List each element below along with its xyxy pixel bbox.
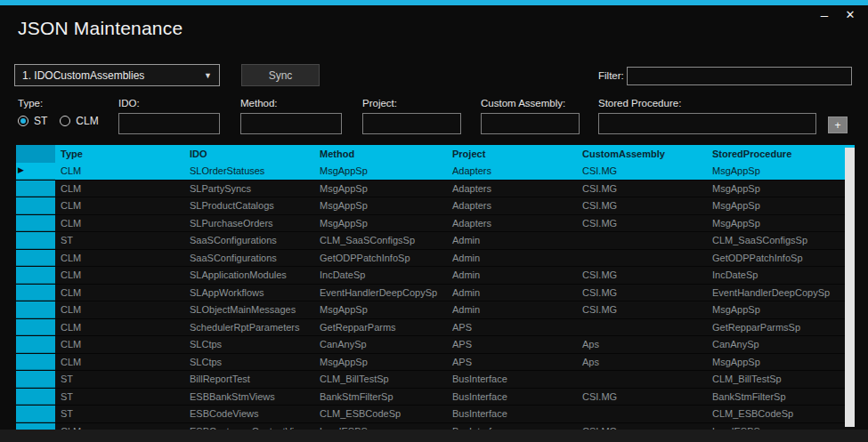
row-selector[interactable] (16, 250, 55, 267)
ido-field[interactable] (118, 113, 220, 134)
grid-cell[interactable]: GetODPPatchInfoSp (707, 250, 855, 267)
table-row[interactable]: CLMSLApplicationModulesIncDateSpAdminCSI… (16, 267, 855, 285)
grid-cell[interactable]: APS (447, 319, 577, 336)
grid-cell[interactable]: CSI.MG (577, 163, 707, 180)
grid-cell[interactable]: CLM (55, 215, 184, 232)
grid-cell[interactable]: Adapters (447, 215, 577, 232)
table-row[interactable]: STSaaSConfigurationsCLM_SaaSConfigsSpAdm… (16, 232, 855, 250)
grid-cell[interactable]: MsgAppSp (707, 197, 855, 214)
grid-cell[interactable]: GetRepparParmsSp (707, 319, 855, 336)
table-row[interactable]: CLMSLObjectMainMessagesMsgAppSpAdminCSI.… (16, 301, 855, 319)
sync-button[interactable]: Sync (241, 64, 320, 86)
project-field[interactable] (362, 113, 461, 134)
grid-cell[interactable]: MsgAppSp (314, 181, 447, 197)
row-selector[interactable] (16, 232, 55, 249)
grid-cell[interactable]: SLProductCatalogs (184, 197, 314, 214)
grid-cell[interactable]: CLM (55, 354, 184, 371)
grid-cell[interactable]: Aps (577, 354, 707, 371)
row-selector[interactable] (16, 336, 55, 353)
row-selector[interactable] (16, 389, 55, 406)
grid-cell[interactable]: BillReportTest (184, 371, 314, 388)
grid-cell[interactable]: MsgAppSp (707, 215, 855, 232)
grid-cell[interactable]: IncDateSp (314, 267, 447, 284)
close-button[interactable]: ✕ (840, 5, 860, 23)
grid-cell[interactable]: BusInterface (447, 423, 577, 430)
table-row[interactable]: STBillReportTestCLM_BillTestSpBusInterfa… (16, 371, 855, 389)
column-header-method[interactable]: Method (314, 145, 447, 163)
grid-cell[interactable] (577, 319, 707, 336)
grid-cell[interactable]: APS (447, 336, 577, 353)
table-row[interactable]: ▶CLMSLOrderStatusesMsgAppSpAdaptersCSI.M… (16, 163, 855, 181)
grid-cell[interactable]: SLCtps (184, 336, 314, 353)
grid-cell[interactable]: ST (55, 371, 184, 388)
grid-cell[interactable]: SLApplicationModules (184, 267, 314, 284)
grid-cell[interactable]: CLM (55, 336, 184, 353)
grid-cell[interactable]: CLM_SaaSConfigsSp (707, 232, 855, 249)
grid-cell[interactable]: ESBBankStmViews (184, 389, 314, 406)
grid-cell[interactable]: ST (55, 406, 184, 422)
row-selector[interactable] (16, 267, 55, 284)
row-selector[interactable] (16, 301, 55, 318)
grid-cell[interactable]: IncDateSp (707, 267, 855, 284)
grid-cell[interactable]: CLM_BillTestSp (314, 371, 447, 388)
table-row[interactable]: CLMSLProductCatalogsMsgAppSpAdaptersCSI.… (16, 197, 855, 215)
grid-cell[interactable]: CLM_BillTestSp (707, 371, 855, 388)
grid-cell[interactable]: CLM (55, 319, 184, 336)
table-row[interactable]: CLMSLAppWorkflowsEventHandlerDeepCopySpA… (16, 285, 855, 302)
row-selector[interactable] (16, 354, 55, 371)
grid-cell[interactable]: CLM (55, 181, 184, 197)
row-selector[interactable] (16, 197, 55, 214)
grid-cell[interactable]: Aps (577, 336, 707, 353)
table-row[interactable]: CLMSLPurchaseOrdersMsgAppSpAdaptersCSI.M… (16, 215, 855, 233)
grid-cell[interactable]: SLOrderStatuses (184, 163, 314, 180)
table-row[interactable]: STESBCodeViewsCLM_ESBCodeSpBusInterfaceC… (16, 406, 855, 423)
grid-cell[interactable]: ST (55, 389, 184, 406)
grid-cell[interactable]: MsgAppSp (314, 301, 447, 318)
grid-cell[interactable]: Admin (447, 301, 577, 318)
column-header-ido[interactable]: IDO (184, 145, 314, 163)
grid-cell[interactable]: CLM (55, 163, 184, 180)
grid-cell[interactable]: CLM (55, 285, 184, 301)
grid-cell[interactable]: ESBCustomerContactViews (184, 423, 314, 430)
row-selector[interactable] (16, 371, 55, 388)
table-row[interactable]: CLMSLCtpsCanAnySpAPSApsCanAnySp (16, 336, 855, 354)
grid-cell[interactable]: MsgAppSp (314, 354, 447, 371)
grid-cell[interactable]: Admin (447, 267, 577, 284)
grid-cell[interactable]: CLM_SaaSConfigsSp (314, 232, 447, 249)
grid-cell[interactable]: GetODPPatchInfoSp (314, 250, 447, 267)
vertical-scrollbar[interactable] (845, 148, 855, 427)
column-header-type[interactable]: Type (55, 145, 184, 163)
method-field[interactable] (240, 113, 342, 134)
row-selector[interactable] (16, 423, 55, 430)
grid-cell[interactable]: CSI.MG (577, 215, 707, 232)
grid-cell[interactable]: CSI.MG (577, 285, 707, 301)
grid-cell[interactable]: CLM (55, 423, 184, 430)
grid-cell[interactable]: ESBCodeViews (184, 406, 314, 422)
grid-cell[interactable]: BusInterface (447, 371, 577, 388)
radio-clm[interactable]: CLM (60, 115, 98, 127)
radio-st[interactable]: ST (18, 115, 47, 127)
row-selector[interactable] (16, 285, 55, 301)
grid-cell[interactable]: MsgAppSp (707, 181, 855, 197)
grid-cell[interactable]: MsgAppSp (707, 163, 855, 180)
grid-cell[interactable]: CLM (55, 267, 184, 284)
grid-cell[interactable]: EventHandlerDeepCopySp (314, 285, 447, 301)
column-header-customassembly[interactable]: CustomAssembly (577, 145, 707, 163)
custom-assembly-field[interactable] (481, 113, 580, 134)
grid-cell[interactable]: CSI.MG (577, 197, 707, 214)
grid-cell[interactable]: APS (447, 354, 577, 371)
table-row[interactable]: CLMSaaSConfigurationsGetODPPatchInfoSpAd… (16, 250, 855, 268)
grid-corner-cell[interactable] (16, 145, 55, 163)
table-row[interactable]: CLMESBCustomerContactViewsLoadESBSpBusIn… (16, 423, 855, 430)
grid-cell[interactable]: CSI.MG (577, 181, 707, 197)
grid-cell[interactable] (577, 371, 707, 388)
grid-cell[interactable]: SLCtps (184, 354, 314, 371)
minimize-button[interactable]: – (815, 5, 834, 23)
table-row[interactable]: CLMSchedulerRptParametersGetRepparParmsA… (16, 319, 855, 337)
table-row[interactable]: CLMSLCtpsMsgAppSpAPSApsMsgAppSp (16, 354, 855, 372)
grid-cell[interactable]: MsgAppSp (314, 197, 447, 214)
column-header-storedprocedure[interactable]: StoredProcedure (707, 145, 855, 163)
stored-procedure-field[interactable] (598, 113, 816, 134)
grid-cell[interactable] (577, 232, 707, 249)
grid-cell[interactable]: MsgAppSp (707, 301, 855, 318)
